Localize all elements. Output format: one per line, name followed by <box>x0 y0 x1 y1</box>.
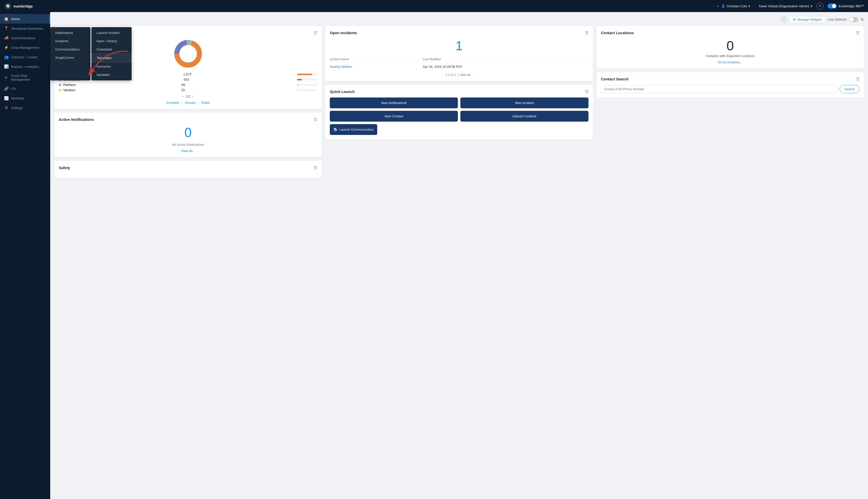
sidebar-item-crisis-management[interactable]: ⚡ Crisis Management <box>0 43 50 52</box>
dropdown-item-notifications[interactable]: Notifications <box>50 29 90 37</box>
partners-bar-fill <box>297 84 298 86</box>
manage-widgets-button[interactable]: ⚙ Manage Widgets <box>790 16 825 23</box>
content-help-icon: ? <box>783 18 785 21</box>
incidents-page-info: 1-1 of 1 <box>446 73 456 77</box>
home-icon: 🏠 <box>4 16 9 21</box>
active-notifications-subtitle: No active Notifications <box>59 143 317 146</box>
active-notifications-menu-icon[interactable]: ☰ <box>314 117 317 122</box>
sidebar-item-settings[interactable]: ⚙ Settings <box>0 103 50 112</box>
logo[interactable]: everbridge <box>4 2 33 10</box>
settings-icon: ⚙ <box>4 106 9 110</box>
widget-grid: Contacts ☰ <box>54 26 864 178</box>
contacts-widget-links: Contacts | Groups | Rules <box>59 101 317 105</box>
help-button[interactable]: ? <box>817 2 823 10</box>
submenu-item-scenarios[interactable]: Scenarios <box>91 62 132 71</box>
open-incidents-title: Open Incidents <box>330 31 357 35</box>
new-contact-button[interactable]: New Contact <box>330 111 458 122</box>
quick-launch-menu-icon[interactable]: ☰ <box>585 89 588 94</box>
communications-dropdown: Notifications Incidents Communications S… <box>50 27 132 81</box>
incidents-view-all[interactable]: View all... <box>460 73 473 77</box>
quick-launch-widget: Quick Launch ☰ New Notification▾ New Inc… <box>325 85 593 139</box>
sidebar-item-home[interactable]: 🏠 Home <box>0 14 50 24</box>
sidebar-item-contacts-assets[interactable]: 👥 Contacts + Assets <box>0 52 50 62</box>
contact-locations-widget: Contact Locations ☰ 0 Contacts with Expe… <box>596 26 864 69</box>
contacts-widget-menu-icon[interactable]: ☰ <box>314 31 317 35</box>
incidents-pagination: 1-1 of 1 | View all... <box>330 73 588 77</box>
groups-link[interactable]: Groups <box>185 101 196 105</box>
donut-svg <box>173 39 203 69</box>
quick-launch-buttons: New Notification▾ New Incident New Conta… <box>330 97 588 122</box>
manage-widgets-label: Manage Widgets <box>797 17 822 21</box>
sidebar-item-workflow-label: Workflow <box>11 97 24 100</box>
launch-communication-button[interactable]: 📡 Launch Communication <box>330 124 377 135</box>
toggle-switch-control[interactable] <box>828 3 836 9</box>
submenu-item-scheduled[interactable]: Scheduled <box>91 45 132 53</box>
contact-search-input[interactable] <box>601 85 838 93</box>
auto-refresh-toggle[interactable] <box>849 17 858 22</box>
new-notification-button[interactable]: New Notification▾ <box>330 97 458 108</box>
sidebar-item-contacts-label: Contacts + Assets <box>11 55 37 59</box>
sidebar-item-travel-risk[interactable]: ✈ Travel Risk Management <box>0 71 50 84</box>
user-icon: 👤 <box>721 4 725 8</box>
contractors-bar-fill <box>297 79 302 81</box>
contacts-prev-btn[interactable]: ‹ <box>183 95 184 98</box>
notifications-submenu-panel: Launch Incident Open / History Scheduled… <box>91 27 132 81</box>
dropdown-item-snapcomms[interactable]: SnapComms <box>50 53 90 62</box>
help-icon: ? <box>819 4 821 8</box>
user-name: Christian Cole <box>727 4 747 8</box>
auto-refresh-label: Auto Refresh <box>828 17 847 21</box>
upload-contacts-button[interactable]: Upload Contacts <box>460 111 588 122</box>
active-notifications-header: Active Notifications ☰ <box>59 117 317 122</box>
incident-name-link[interactable]: Nearby Wildfire <box>330 65 352 69</box>
submenu-item-launch-incident[interactable]: Launch Incident <box>91 29 132 37</box>
dropdown-item-incidents[interactable]: Incidents <box>50 37 90 45</box>
active-notifications-links: View all... <box>59 149 317 153</box>
sidebar-item-situational-awareness[interactable]: 📍 Situational Awareness <box>0 24 50 33</box>
active-notifications-title: Active Notifications <box>59 117 94 122</box>
sidebar-item-home-label: Home <box>11 17 20 21</box>
sidebar-item-workflow[interactable]: 📈 Workflow <box>0 94 50 103</box>
submenu-item-templates[interactable]: Templates <box>91 53 132 62</box>
org-menu[interactable]: Tower Global (Organization Admin) ▾ <box>754 4 813 8</box>
map-pin-icon: 📍 <box>4 26 9 31</box>
contact-search-widget: Contact Search ☰ Search <box>596 72 864 98</box>
dropdown-item-communications[interactable]: Communications <box>50 45 90 53</box>
active-notifications-view-all[interactable]: View all... <box>181 149 195 153</box>
sidebar-item-reports-label: Reports + Analytics <box>11 65 39 69</box>
contact-locations-menu-icon[interactable]: ☰ <box>856 31 859 35</box>
rules-link[interactable]: Rules <box>201 101 210 105</box>
vendors-bar-fill <box>297 89 297 91</box>
partners-count: 89 <box>181 83 191 87</box>
submenu-item-variables[interactable]: Variables <box>91 71 132 79</box>
vendors-bar-track <box>297 89 317 91</box>
open-incidents-menu-icon[interactable]: ☰ <box>585 31 588 35</box>
safety-widget-menu-icon[interactable]: ☰ <box>314 165 317 170</box>
refresh-icon[interactable]: ↻ <box>861 17 864 22</box>
go-to-universe-link[interactable]: Go to Universe... <box>718 60 743 64</box>
workflow-icon: 📈 <box>4 96 9 100</box>
contact-locations-title: Contact Locations <box>601 31 634 35</box>
contacts-link[interactable]: Contacts <box>166 101 179 105</box>
sidebar-item-ita[interactable]: 🔗 ITA <box>0 84 50 94</box>
user-menu[interactable]: 👤 Christian Cole ▾ <box>721 4 751 8</box>
sidebar-item-reports-analytics[interactable]: 📊 Reports + Analytics <box>0 62 50 71</box>
incidents-col-name: Incident Name <box>330 56 423 63</box>
content-help-button[interactable]: ? <box>781 16 787 23</box>
sidebar-item-situational-awareness-label: Situational Awareness <box>11 27 43 31</box>
contact-search-button[interactable]: Search <box>840 85 859 93</box>
sidebar-item-communications[interactable]: 📣 Communications Notifications Incidents… <box>0 33 50 43</box>
submenu-item-open-history[interactable]: Open / History <box>91 37 132 45</box>
360-toggle[interactable]: Everbridge 360™ <box>828 3 864 9</box>
contact-locations-subtitle: Contacts with Expected Locations <box>601 54 859 58</box>
contact-search-header: Contact Search ☰ <box>601 77 859 82</box>
contact-search-menu-icon[interactable]: ☰ <box>856 77 859 82</box>
safety-widget-header: Safety ☰ <box>59 165 317 170</box>
contacts-next-btn[interactable]: › <box>193 95 194 98</box>
header-bar: ? ⚙ Manage Widgets Auto Refresh ↻ <box>54 16 864 23</box>
app-body: 🏠 Home 📍 Situational Awareness 📣 Communi… <box>0 12 868 499</box>
employees-bar-track <box>297 74 317 75</box>
new-incident-button[interactable]: New Incident <box>460 97 588 108</box>
sidebar-item-ita-label: ITA <box>11 87 16 91</box>
nav-collapse-button[interactable]: » <box>715 3 721 9</box>
employees-count: 1,875 <box>183 72 194 76</box>
